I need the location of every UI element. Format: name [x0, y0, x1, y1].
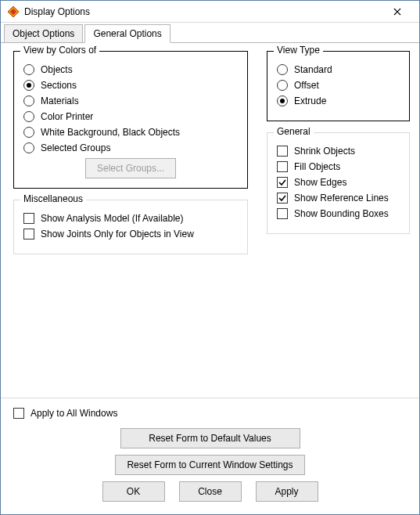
checkbox-label: Fill Objects	[294, 161, 340, 172]
tab-general-options[interactable]: General Options	[84, 24, 170, 43]
tab-label: Object Options	[13, 28, 74, 39]
checkbox-row-show-analysis[interactable]: Show Analysis Model (If Available)	[23, 213, 238, 224]
button-label: Reset Form to Default Values	[149, 433, 271, 444]
checkbox-show-bbox[interactable]	[277, 208, 288, 219]
footer-buttons: Reset Form to Default Values Reset Form …	[13, 428, 407, 502]
checkbox-show-ref[interactable]	[277, 193, 288, 203]
radio-label: Objects	[41, 64, 73, 75]
radio-row-objects[interactable]: Objects	[23, 64, 238, 75]
radio-objects[interactable]	[23, 64, 34, 75]
radio-row-offset[interactable]: Offset	[277, 80, 400, 91]
app-icon	[7, 5, 20, 18]
radio-white-bg[interactable]	[23, 127, 34, 138]
radio-label: White Background, Black Objects	[41, 127, 180, 138]
group-legend: View Type	[274, 45, 323, 56]
radio-label: Sections	[41, 80, 77, 91]
radio-standard[interactable]	[277, 64, 288, 75]
radio-row-sections[interactable]: Sections	[23, 80, 238, 91]
radio-label: Selected Groups	[41, 142, 110, 153]
checkbox-row-show-bbox[interactable]: Show Bounding Boxes	[277, 208, 400, 219]
checkbox-show-analysis[interactable]	[23, 213, 34, 224]
checkbox-label: Show Joints Only for Objects in View	[41, 229, 194, 239]
radio-row-standard[interactable]: Standard	[277, 64, 400, 75]
radio-label: Offset	[294, 80, 319, 91]
tab-strip: Object Options General Options	[1, 24, 419, 43]
group-general: General Shrink Objects Fill Objects Show…	[267, 132, 410, 234]
checkbox-apply-all[interactable]	[13, 408, 24, 419]
reset-default-button[interactable]: Reset Form to Default Values	[120, 428, 300, 448]
checkbox-label: Shrink Objects	[294, 146, 355, 157]
window-title: Display Options	[24, 6, 382, 17]
checkbox-row-show-edges[interactable]: Show Edges	[277, 177, 400, 188]
ok-button[interactable]: OK	[102, 481, 165, 502]
button-label: Close	[198, 486, 222, 497]
checkbox-row-show-joints[interactable]: Show Joints Only for Objects in View	[23, 229, 238, 239]
checkbox-label: Show Reference Lines	[294, 193, 389, 203]
select-groups-button: Select Groups...	[85, 158, 176, 178]
checkbox-show-joints[interactable]	[23, 229, 34, 239]
checkbox-show-edges[interactable]	[277, 177, 288, 188]
radio-sections[interactable]	[23, 80, 34, 91]
checkbox-label: Show Bounding Boxes	[294, 208, 389, 219]
radio-row-white-bg[interactable]: White Background, Black Objects	[23, 127, 238, 138]
group-miscellaneous: Miscellaneous Show Analysis Model (If Av…	[13, 200, 248, 254]
close-button[interactable]	[382, 1, 413, 23]
group-legend: General	[274, 126, 314, 137]
checkbox-fill[interactable]	[277, 161, 288, 172]
group-legend: View by Colors of	[20, 45, 99, 56]
checkbox-shrink[interactable]	[277, 146, 288, 157]
radio-color-printer[interactable]	[23, 111, 34, 122]
left-column: View by Colors of Objects Sections Mater…	[13, 51, 248, 390]
tab-label: General Options	[93, 28, 161, 39]
radio-row-selected-groups[interactable]: Selected Groups	[23, 142, 238, 153]
radio-row-materials[interactable]: Materials	[23, 95, 238, 106]
group-view-by-colors: View by Colors of Objects Sections Mater…	[13, 51, 248, 189]
content-area: View by Colors of Objects Sections Mater…	[1, 43, 419, 398]
group-view-type: View Type Standard Offset Extrude	[267, 51, 410, 121]
radio-selected-groups[interactable]	[23, 142, 34, 153]
radio-label: Standard	[294, 64, 332, 75]
radio-label: Materials	[41, 95, 79, 106]
tab-object-options[interactable]: Object Options	[4, 24, 83, 43]
checkbox-row-show-ref[interactable]: Show Reference Lines	[277, 193, 400, 203]
radio-row-color-printer[interactable]: Color Printer	[23, 111, 238, 122]
radio-label: Color Printer	[41, 111, 93, 122]
reset-current-button[interactable]: Reset Form to Current Window Settings	[115, 455, 304, 475]
right-column: View Type Standard Offset Extrude Genera…	[267, 51, 410, 390]
checkbox-row-apply-all[interactable]: Apply to All Windows	[13, 408, 407, 419]
apply-button[interactable]: Apply	[256, 481, 318, 502]
close-dialog-button[interactable]: Close	[179, 481, 242, 502]
radio-extrude[interactable]	[277, 95, 288, 106]
checkbox-label: Show Analysis Model (If Available)	[41, 213, 184, 224]
group-legend: Miscellaneous	[20, 193, 86, 204]
button-label: OK	[127, 486, 140, 497]
footer: Apply to All Windows Reset Form to Defau…	[1, 398, 419, 514]
radio-offset[interactable]	[277, 80, 288, 91]
checkbox-row-shrink[interactable]: Shrink Objects	[277, 146, 400, 157]
radio-materials[interactable]	[23, 95, 34, 106]
radio-label: Extrude	[294, 95, 326, 106]
button-label: Reset Form to Current Window Settings	[127, 459, 293, 470]
radio-row-extrude[interactable]: Extrude	[277, 95, 400, 106]
checkbox-label: Apply to All Windows	[31, 408, 117, 419]
checkbox-label: Show Edges	[294, 177, 346, 188]
titlebar: Display Options	[1, 1, 419, 23]
checkbox-row-fill[interactable]: Fill Objects	[277, 161, 400, 172]
button-label: Apply	[275, 486, 298, 497]
button-label: Select Groups...	[97, 163, 164, 174]
